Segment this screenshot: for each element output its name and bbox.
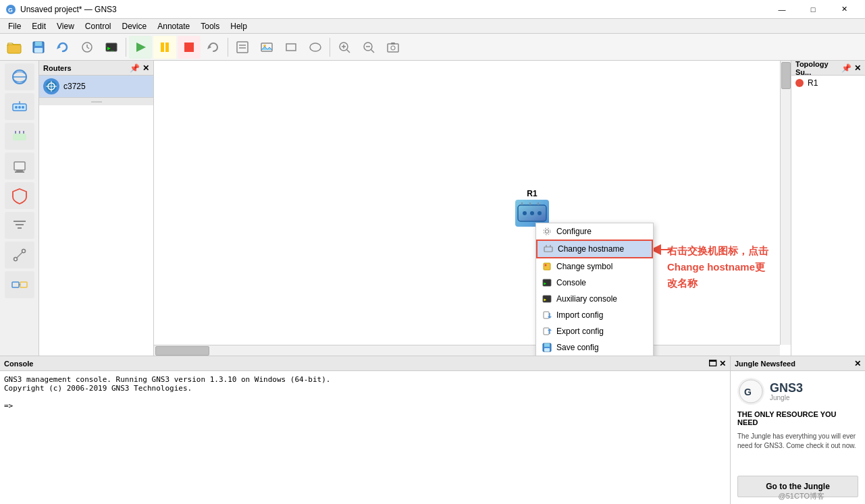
ctx-configure[interactable]: Configure [536, 223, 653, 240]
console-all-button[interactable]: ▶_ [100, 36, 123, 59]
svg-point-70 [538, 211, 542, 215]
canvas-scrollbar-v[interactable] [780, 61, 791, 345]
ctx-export-config[interactable]: Export config [536, 323, 653, 339]
menu-annotate[interactable]: Annotate [152, 20, 195, 32]
svg-marker-6 [57, 45, 61, 49]
menu-help[interactable]: Help [225, 20, 253, 32]
pause-all-button[interactable] [153, 36, 176, 59]
svg-point-39 [22, 106, 24, 109]
console-close-icon[interactable]: ✕ [719, 359, 726, 368]
toolbar-separator-3 [330, 38, 330, 57]
jungle-sub-text: Jungle [770, 394, 803, 401]
topology-close-icon[interactable]: ✕ [854, 63, 861, 73]
ctx-import-config[interactable]: Import config [536, 307, 653, 323]
ctx-change-hostname[interactable]: Change hostname [536, 240, 653, 258]
svg-line-53 [17, 252, 22, 258]
start-all-button[interactable] [129, 36, 152, 59]
console-float-icon[interactable]: 🗔 [708, 359, 716, 368]
save-button[interactable] [27, 36, 50, 59]
svg-point-38 [18, 106, 21, 109]
svg-point-73 [544, 228, 550, 235]
end-devices-button[interactable] [5, 152, 34, 179]
open-folder-button[interactable] [3, 36, 26, 59]
svg-rect-17 [237, 42, 248, 53]
routers-resize-handle[interactable] [39, 97, 153, 105]
topology-header: Topology Su... 📌 ✕ [791, 61, 865, 76]
menu-view[interactable]: View [51, 20, 80, 32]
svg-rect-22 [286, 44, 296, 51]
save-config-icon [542, 342, 552, 353]
topology-pin-icon[interactable]: 📌 [841, 63, 851, 73]
svg-marker-16 [207, 45, 211, 49]
svg-rect-31 [388, 44, 398, 52]
svg-marker-88 [548, 329, 552, 331]
switches-button[interactable] [5, 123, 34, 150]
svg-rect-13 [161, 43, 164, 52]
all-devices-filter[interactable] [5, 212, 34, 239]
history-button[interactable] [76, 36, 99, 59]
canvas-scrollbar-h[interactable] [154, 345, 780, 356]
jungle-close-icon[interactable]: ✕ [854, 359, 861, 368]
router-item-c3725[interactable]: c3725 [39, 76, 153, 97]
routers-button[interactable] [5, 93, 34, 120]
jungle-header-icons: ✕ [854, 359, 861, 368]
v-scrollbar-thumb[interactable] [781, 62, 791, 89]
reload-button[interactable] [51, 36, 74, 59]
connect-button[interactable] [5, 242, 34, 269]
top-content: Routers 📌 ✕ c3725 R1 [0, 61, 865, 356]
link-devices-button[interactable] [5, 271, 34, 298]
topology-title: Topology Su... [795, 60, 841, 76]
console-title: Console [4, 360, 33, 368]
jungle-panel: Jungle Newsfeed ✕ G GNS3 Jungle [730, 356, 865, 504]
menu-tools[interactable]: Tools [195, 20, 225, 32]
h-scrollbar-thumb[interactable] [155, 346, 209, 356]
menubar: File Edit View Control Device Annotate T… [0, 19, 865, 34]
svg-marker-12 [136, 43, 146, 52]
all-devices-button[interactable] [5, 63, 34, 90]
menu-edit[interactable]: Edit [26, 20, 51, 32]
export-config-icon [542, 326, 552, 337]
bottom-strip: Console 🗔 ✕ GNS3 management console. Run… [0, 356, 865, 504]
change-hostname-icon [543, 244, 554, 254]
canvas-router-r1[interactable]: R1 [515, 189, 549, 227]
maximize-button[interactable]: □ [797, 0, 829, 19]
insert-image-button[interactable] [255, 36, 278, 59]
close-button[interactable]: ✕ [829, 0, 860, 19]
ctx-save-config[interactable]: Save config [536, 339, 653, 356]
ctx-console-label: Console [556, 278, 586, 287]
ctx-console[interactable]: ▶ Console [536, 275, 653, 291]
svg-point-32 [391, 46, 395, 50]
topology-item-r1[interactable]: R1 [791, 76, 865, 90]
jungle-logo-icon: G [737, 378, 764, 405]
ctx-change-symbol-label: Change symbol [556, 262, 612, 271]
ellipse-button[interactable] [304, 36, 327, 59]
menu-control[interactable]: Control [80, 20, 117, 32]
menu-file[interactable]: File [3, 20, 26, 32]
svg-rect-83 [544, 312, 549, 318]
zoom-out-button[interactable] [357, 36, 380, 59]
minimize-button[interactable]: — [766, 0, 797, 19]
routers-pin-icon[interactable]: 📌 [130, 63, 140, 73]
router-label-c3725: c3725 [63, 82, 86, 91]
jungle-content: G GNS3 Jungle THE ONLY RESOURCE YOU NEED… [731, 371, 865, 504]
reload-all-button[interactable] [202, 36, 225, 59]
annotate-button[interactable] [231, 36, 254, 59]
svg-point-68 [523, 211, 527, 215]
stop-all-button[interactable] [178, 36, 201, 59]
console-content[interactable]: GNS3 management console. Running GNS3 ve… [0, 371, 730, 504]
zoom-in-button[interactable] [333, 36, 356, 59]
security-devices-button[interactable] [5, 182, 34, 209]
content-area: Routers 📌 ✕ c3725 R1 [0, 61, 865, 504]
ctx-change-hostname-label: Change hostname [558, 244, 624, 254]
svg-rect-77 [544, 263, 550, 270]
rectangle-button[interactable] [280, 36, 303, 59]
ctx-auxiliary-console[interactable]: ▶ Auxiliary console [536, 291, 653, 307]
routers-close-icon[interactable]: ✕ [142, 63, 149, 73]
svg-rect-15 [184, 43, 194, 52]
canvas-area[interactable]: R1 [154, 61, 791, 356]
screenshot-button[interactable] [382, 36, 404, 59]
ctx-change-symbol[interactable]: Change symbol [536, 258, 653, 275]
routers-panel: Routers 📌 ✕ c3725 [39, 61, 154, 356]
menu-device[interactable]: Device [117, 20, 153, 32]
console-text: GNS3 management console. Running GNS3 ve… [4, 375, 330, 410]
